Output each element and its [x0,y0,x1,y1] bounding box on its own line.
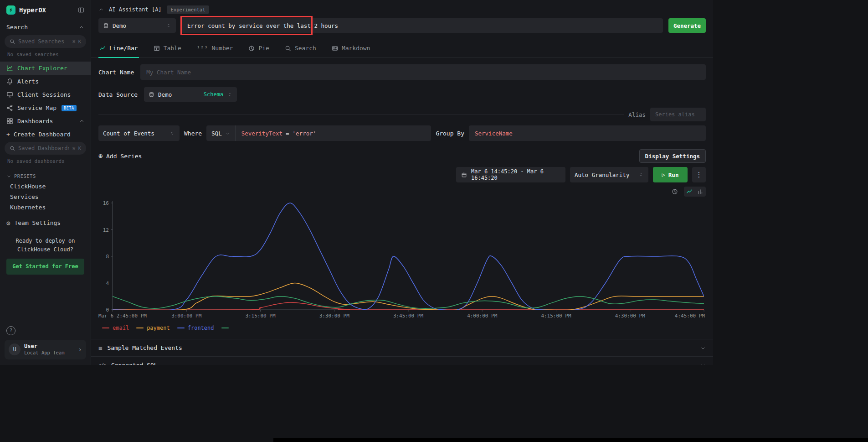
source-select-value: Demo [113,22,126,29]
legend-label: frontend [188,325,214,331]
data-source-row: Data Source Demo Schema [91,87,713,102]
svg-text:4:15:00 PM: 4:15:00 PM [541,313,571,319]
plus-circle-icon: ⊕ [98,153,103,160]
sidebar-spacer [0,275,91,326]
sidebar-item-alerts[interactable]: Alerts [0,75,91,88]
chart-canvas[interactable]: 0481216Mar 6 2:45:00 PM3:00:00 PM3:15:00… [98,199,706,322]
saved-dashboards-placeholder: Saved Dashboards [18,145,69,151]
clickhouse-cloud-promo: Ready to deploy on ClickHouse Cloud? Get… [0,229,91,275]
where-label: Where [184,130,202,137]
markdown-icon [332,45,338,52]
presets-section-header[interactable]: PRESETS [0,168,91,181]
database-icon [149,92,154,98]
run-label: Run [668,172,679,178]
search-icon [285,45,291,52]
tab-label: Pie [258,45,269,52]
create-dashboard-button[interactable]: + Create Dashboard [0,128,91,141]
help-button[interactable]: ? [6,326,15,335]
cmd-k-shortcut: ⌘ K [72,146,81,151]
sidebar-item-team-settings[interactable]: ⚙ Team Settings [0,216,91,229]
nav-label: Dashboards [17,118,53,125]
preset-item-services[interactable]: Services [0,192,91,202]
legend-item[interactable]: frontend [177,325,214,331]
more-options-button[interactable]: ⋮ [692,167,706,182]
alias-label: Alias [628,111,646,118]
chart-name-input[interactable] [140,64,706,80]
saved-dashboards-input[interactable]: Saved Dashboards ⌘ K [5,142,86,155]
chart-mode-toggles [91,187,713,197]
preset-item-clickhouse[interactable]: ClickHouse [0,181,91,192]
source-select[interactable]: Demo [98,18,176,33]
line-mode-button[interactable] [684,187,695,197]
tab-line-bar[interactable]: Line/Bar [98,42,139,57]
granularity-select[interactable]: Auto Granularity [570,167,648,182]
search-section-header[interactable]: Search [0,19,91,34]
legend-item[interactable]: payment [136,325,170,331]
experimental-badge: Experimental [167,5,210,14]
ai-prompt-input[interactable] [181,18,663,33]
chart-type-toggle-group [684,187,706,197]
saved-searches-input[interactable]: Saved Searches ⌘ K [5,35,86,48]
presets-label: PRESETS [14,173,36,179]
collapse-chevron-icon[interactable] [98,7,104,12]
chart-area: 0481216Mar 6 2:45:00 PM3:00:00 PM3:15:00… [91,197,713,322]
user-menu[interactable]: U User Local App Team › [5,340,86,359]
generated-sql-section[interactable]: </> Generated SQL [91,356,713,365]
search-icon [10,146,15,151]
aggregation-value: Count of Events [103,130,154,137]
legend-item[interactable]: email [102,325,129,331]
tab-number[interactable]: ¹²³ Number [196,42,234,57]
sidebar-item-service-map[interactable]: Service Map BETA [0,101,91,114]
generate-button[interactable]: Generate [668,18,706,33]
list-icon: ≡ [98,345,102,351]
where-expression-input[interactable]: SeverityText = 'error' [236,125,431,141]
where-operator-token: = [286,130,289,137]
svg-text:4:45:00 PM: 4:45:00 PM [675,313,705,319]
sidebar-item-client-sessions[interactable]: Client Sessions [0,88,91,101]
time-picker-icon-button[interactable] [669,187,680,197]
bar-mode-button[interactable] [695,187,706,197]
chevron-down-icon [6,174,11,179]
chevron-right-icon: › [78,346,82,353]
run-button[interactable]: ▷ Run [653,167,688,182]
sidebar-item-dashboards[interactable]: Dashboards [0,114,91,128]
nav-label: Service Map [17,104,56,111]
data-source-value: Demo [158,91,172,98]
schema-button[interactable]: Schema [204,91,223,98]
add-series-label: Add Series [106,153,142,160]
search-section-label: Search [6,24,28,31]
where-value-token: 'error' [293,130,317,137]
svg-text:4:30:00 PM: 4:30:00 PM [615,313,646,319]
chevron-down-icon [700,363,706,365]
legend-item[interactable] [221,328,229,328]
add-series-button[interactable]: ⊕ Add Series [98,153,142,160]
group-by-label: Group By [436,130,464,137]
group-by-input[interactable]: ServiceName [469,125,706,141]
tab-markdown[interactable]: Markdown [331,42,371,57]
legend-dash [221,328,229,328]
tab-search[interactable]: Search [284,42,317,57]
display-settings-button[interactable]: Display Settings [639,149,706,163]
sample-matched-events-section[interactable]: ≡ Sample Matched Events [91,339,713,356]
tab-pie[interactable]: Pie [247,42,270,57]
aggregation-select[interactable]: Count of Events [98,125,180,141]
data-source-select[interactable]: Demo Schema [144,87,237,102]
alias-input[interactable] [650,108,706,121]
visualization-tabs: Line/Bar Table ¹²³ Number Pie Search [91,38,713,58]
time-range-picker[interactable]: Mar 6 14:45:20 - Mar 6 16:45:20 [456,167,565,182]
create-dashboard-label: + Create Dashboard [6,131,71,138]
promo-text: Ready to deploy on ClickHouse Cloud? [6,237,84,254]
preset-item-kubernetes[interactable]: Kubernetes [0,202,91,213]
sidebar-item-chart-explorer[interactable]: Chart Explorer [0,62,91,75]
ai-assistant-bar: AI Assistant [A] Experimental [91,0,713,16]
get-started-button[interactable]: Get Started for Free [6,259,84,275]
monitor-icon [6,91,13,98]
app-title: HyperDX [19,6,74,14]
language-select[interactable]: SQL [206,125,236,141]
svg-text:3:00:00 PM: 3:00:00 PM [171,313,202,319]
where-input-group: SQL SeverityText = 'error' [206,125,431,141]
tab-table[interactable]: Table [153,42,182,57]
chevron-down-icon [700,345,706,351]
collapse-sidebar-icon[interactable] [78,7,84,13]
nav-label: Alerts [17,78,39,85]
